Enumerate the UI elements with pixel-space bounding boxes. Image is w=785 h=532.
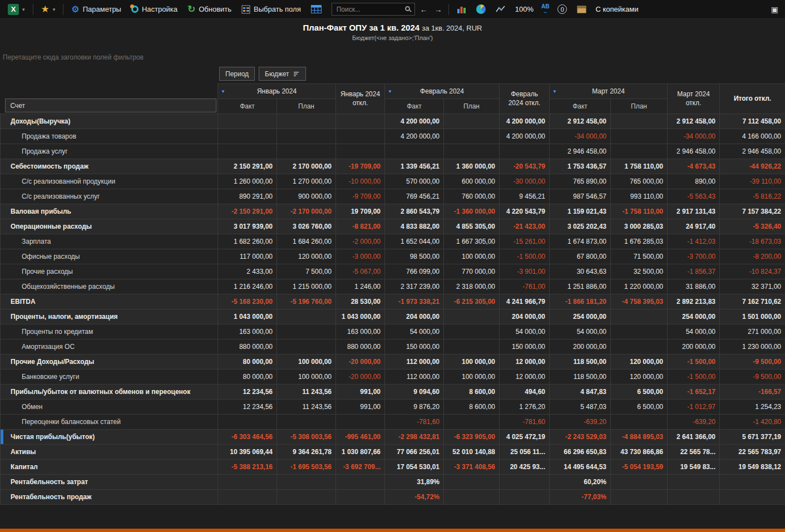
pivot-cell[interactable]: 60,20% xyxy=(550,475,611,490)
pivot-cell[interactable]: 760 000,00 xyxy=(444,189,500,204)
pivot-cell[interactable]: 765 890,00 xyxy=(550,174,611,189)
pivot-cell[interactable]: 54 000,00 xyxy=(500,324,550,339)
pivot-cell[interactable] xyxy=(611,114,668,129)
pivot-cell[interactable]: 100 000,00 xyxy=(277,354,336,370)
pivot-cell[interactable]: -18 673,03 xyxy=(720,234,785,249)
row-label[interactable]: Операционные расходы xyxy=(1,219,218,234)
pivot-cell[interactable] xyxy=(668,490,720,505)
column-total-deviation[interactable]: Итого откл. xyxy=(720,84,785,114)
pivot-cell[interactable]: 1 684 260,00 xyxy=(277,234,336,249)
pivot-cell[interactable]: -30 000,00 xyxy=(500,174,550,189)
pivot-cell[interactable]: 4 220 543,79 xyxy=(500,204,550,219)
pivot-cell[interactable]: 1 676 285,03 xyxy=(611,234,668,249)
pivot-cell[interactable]: 2 946 458,00 xyxy=(720,144,785,159)
pivot-cell[interactable]: -39 110,00 xyxy=(720,174,785,189)
pivot-cell[interactable] xyxy=(277,490,336,505)
pivot-cell[interactable]: -5 326,40 xyxy=(720,219,785,234)
pivot-cell[interactable]: 163 000,00 xyxy=(336,324,385,339)
row-label[interactable]: Прочие Доходы/Расходы xyxy=(1,354,218,370)
row-label[interactable]: Прочие расходы xyxy=(1,264,218,279)
pivot-cell[interactable]: -1 500,00 xyxy=(668,354,720,370)
pivot-cell[interactable]: 80 000,00 xyxy=(218,370,277,385)
pivot-cell[interactable]: -3 000,00 xyxy=(336,249,385,264)
search-input[interactable] xyxy=(332,3,415,16)
pivot-cell[interactable]: 4 833 882,00 xyxy=(385,219,444,234)
pivot-cell[interactable] xyxy=(218,144,277,159)
pivot-cell[interactable]: 1 652 044,00 xyxy=(385,234,444,249)
pivot-cell[interactable]: 112 000,00 xyxy=(385,370,444,385)
row-label[interactable]: Активы xyxy=(1,445,218,460)
row-label[interactable]: Зарплата xyxy=(1,234,218,249)
pivot-cell[interactable]: 1 276,20 xyxy=(500,400,550,415)
pivot-cell[interactable]: 2 860 543,79 xyxy=(385,204,444,219)
pivot-cell[interactable]: -9 709,00 xyxy=(336,189,385,204)
pivot-cell[interactable]: 66 296 650,83 xyxy=(550,445,611,460)
pivot-cell[interactable]: 769 456,21 xyxy=(385,189,444,204)
pivot-cell[interactable]: -5 067,00 xyxy=(336,264,385,279)
pivot-cell[interactable]: 1 270 000,00 xyxy=(277,174,336,189)
pivot-cell[interactable] xyxy=(611,475,668,490)
pivot-cell[interactable]: 8 600,00 xyxy=(444,400,500,415)
pivot-cell[interactable]: 100 000,00 xyxy=(277,370,336,385)
pivot-cell[interactable]: -781,60 xyxy=(500,415,550,430)
row-label[interactable]: Валовая прибыль xyxy=(1,204,218,219)
pivot-cell[interactable]: -10 824,37 xyxy=(720,264,785,279)
pivot-cell[interactable]: -2 000,00 xyxy=(336,234,385,249)
pivot-cell[interactable]: 100 000,00 xyxy=(444,370,500,385)
pivot-cell[interactable]: 7 157 384,22 xyxy=(720,204,785,219)
pivot-cell[interactable]: 2 318 000,00 xyxy=(444,279,500,294)
window-icon[interactable]: ▣ xyxy=(771,5,781,14)
pivot-cell[interactable]: 1 682 260,00 xyxy=(218,234,277,249)
pivot-cell[interactable]: 120 000,00 xyxy=(611,370,668,385)
pivot-cell[interactable]: -34 000,00 xyxy=(550,129,611,144)
row-label[interactable]: Себестоимость продаж xyxy=(1,159,218,174)
pivot-cell[interactable]: 2 946 458,00 xyxy=(550,144,611,159)
pivot-cell[interactable]: -5 388 213,16 xyxy=(218,460,277,475)
pivot-cell[interactable]: -44 926,22 xyxy=(720,159,785,174)
pivot-cell[interactable] xyxy=(218,490,277,505)
pivot-cell[interactable]: 24 917,40 xyxy=(668,219,720,234)
pivot-cell[interactable]: -5 816,22 xyxy=(720,189,785,204)
pivot-cell[interactable]: 1 159 021,43 xyxy=(550,204,611,219)
pivot-cell[interactable] xyxy=(218,475,277,490)
pivot-cell[interactable]: 12 000,00 xyxy=(500,354,550,370)
pivot-cell[interactable]: 9 364 261,78 xyxy=(277,445,336,460)
row-label[interactable]: Чистая прибыль(убыток) xyxy=(1,430,218,445)
pivot-cell[interactable] xyxy=(444,490,500,505)
pivot-cell[interactable]: -9 500,00 xyxy=(720,354,785,370)
pivot-cell[interactable]: 9 456,21 xyxy=(500,189,550,204)
pivot-cell[interactable]: 991,00 xyxy=(336,400,385,415)
excel-export-button[interactable]: X ▾ xyxy=(4,2,28,17)
pivot-cell[interactable]: 7 112 458,00 xyxy=(720,114,785,129)
pivot-cell[interactable] xyxy=(336,415,385,430)
pivot-cell[interactable]: 25 056 11... xyxy=(500,445,550,460)
pivot-cell[interactable]: 31,89% xyxy=(385,475,444,490)
pivot-cell[interactable]: 993 110,00 xyxy=(611,189,668,204)
row-label[interactable]: С/с реализованных услуг xyxy=(1,189,218,204)
pivot-cell[interactable]: 1 758 110,00 xyxy=(611,159,668,174)
pivot-cell[interactable]: -6 323 905,00 xyxy=(444,430,500,445)
pivot-cell[interactable] xyxy=(500,475,550,490)
pivot-cell[interactable]: 1 216 246,00 xyxy=(218,279,277,294)
pivot-cell[interactable]: 71 500,00 xyxy=(611,249,668,264)
pivot-cell[interactable]: -5 308 003,56 xyxy=(277,430,336,445)
pivot-cell[interactable]: -4 758 395,03 xyxy=(611,294,668,309)
pivot-cell[interactable]: 2 946 458,00 xyxy=(668,144,720,159)
pivot-cell[interactable]: 2 912 458,00 xyxy=(550,114,611,129)
autofit-columns-icon[interactable]: AB↔ xyxy=(540,4,551,14)
pivot-cell[interactable]: 100 000,00 xyxy=(444,249,500,264)
pivot-cell[interactable]: 12 234,56 xyxy=(218,385,277,400)
row-label[interactable]: EBITDA xyxy=(1,294,218,309)
column-march-deviation[interactable]: Март 2024 откл. xyxy=(668,84,720,114)
pivot-cell[interactable]: -2 170 000,00 xyxy=(277,204,336,219)
pivot-cell[interactable]: 22 565 78... xyxy=(668,445,720,460)
column-group-february[interactable]: ▼ Февраль 2024 xyxy=(385,84,500,99)
pivot-cell[interactable]: 80 000,00 xyxy=(218,354,277,370)
row-label[interactable]: С/с реализованной продукции xyxy=(1,174,218,189)
pivot-cell[interactable] xyxy=(277,309,336,324)
pivot-cell[interactable]: 7 162 710,62 xyxy=(720,294,785,309)
pivot-cell[interactable]: 1 339 456,21 xyxy=(385,159,444,174)
pivot-cell[interactable]: 117 000,00 xyxy=(218,249,277,264)
row-label[interactable]: Капитал xyxy=(1,460,218,475)
pivot-cell[interactable]: -995 461,00 xyxy=(336,430,385,445)
